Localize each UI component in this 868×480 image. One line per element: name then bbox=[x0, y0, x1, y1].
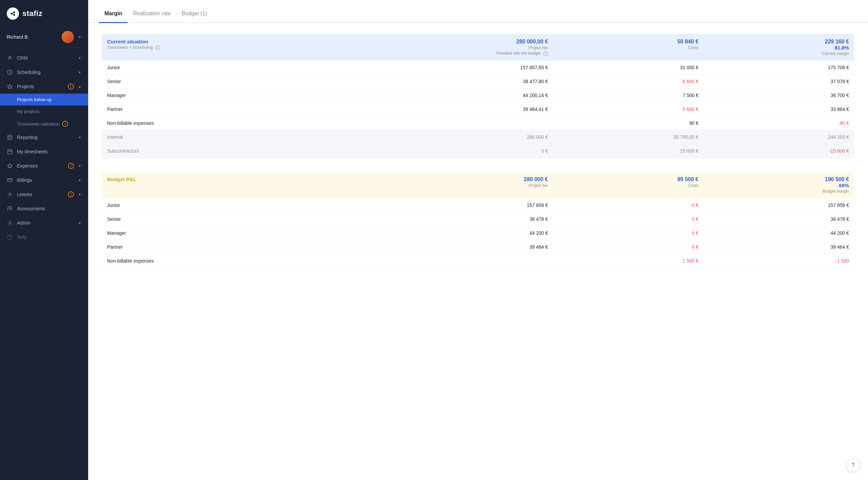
tab-budget[interactable]: Budget (1) bbox=[176, 4, 213, 23]
sidebar-item-label-billings: Billings bbox=[17, 177, 74, 183]
tab-margin[interactable]: Margin bbox=[99, 4, 127, 23]
info-icon-1: i bbox=[155, 45, 160, 50]
row-costs: 15 000 € bbox=[553, 144, 704, 158]
user-section[interactable]: Richard B. ▼ bbox=[0, 26, 88, 48]
crm-icon bbox=[7, 55, 13, 61]
sidebar-item-label-crm: CRM bbox=[17, 55, 74, 61]
scheduling-chevron-icon: ▼ bbox=[78, 71, 81, 74]
projects-icon bbox=[7, 83, 13, 90]
sidebar-item-expenses[interactable]: Expenses i ▼ bbox=[0, 159, 88, 173]
avatar bbox=[62, 31, 74, 43]
cs-margin-pct: 81.8% bbox=[709, 45, 849, 51]
sidebar-item-label-projects-followup: Projects follow-up bbox=[17, 97, 52, 102]
row-fee: 39 464,41 € bbox=[403, 102, 553, 116]
sidebar-item-my-projects[interactable]: My projects bbox=[0, 105, 88, 117]
sidebar-item-label-my-projects: My projects bbox=[17, 109, 39, 114]
budget-margin-pct: 68% bbox=[709, 183, 849, 188]
help-button-icon: ? bbox=[852, 462, 855, 468]
row-costs: 0 € bbox=[553, 226, 704, 240]
expenses-icon bbox=[7, 163, 13, 169]
svg-point-19 bbox=[9, 208, 11, 209]
svg-point-0 bbox=[11, 13, 13, 15]
table-row: Partner 39 464,41 € 5 600 € 33 864 € bbox=[102, 102, 854, 116]
sidebar-item-timesheets-validation[interactable]: Timesheets validation i bbox=[0, 117, 88, 130]
assessments-icon bbox=[7, 206, 13, 212]
row-fee: 44 200 € bbox=[403, 226, 553, 240]
row-label: Junior bbox=[102, 198, 403, 212]
row-margin: 175 708 € bbox=[704, 61, 854, 75]
row-fee: 38 477,80 € bbox=[403, 75, 553, 89]
table-row: Senior 38 478 € 0 € 38 478 € bbox=[102, 212, 854, 226]
table-row: Junior 157 858 € 0 € 157 858 € bbox=[102, 198, 854, 212]
help-button[interactable]: ? bbox=[846, 458, 860, 472]
row-margin: 36 700 € bbox=[704, 89, 854, 102]
tabs-bar: Margin Realization rate Budget (1) bbox=[88, 0, 868, 23]
projects-chevron-icon: ▲ bbox=[78, 85, 81, 89]
info-icon-2: i bbox=[543, 51, 548, 56]
svg-rect-8 bbox=[8, 135, 12, 139]
reporting-icon bbox=[7, 134, 13, 140]
current-situation-subtitle: Timesheets + Scheduling i bbox=[107, 45, 397, 50]
sidebar-item-label-help: Help bbox=[17, 234, 81, 240]
crm-chevron-icon: ▼ bbox=[78, 56, 81, 60]
sidebar-item-my-timesheets[interactable]: My timesheets bbox=[0, 145, 88, 159]
tab-realization-rate[interactable]: Realization rate bbox=[127, 4, 176, 23]
row-costs: 35 750,00 € bbox=[553, 130, 704, 144]
sidebar-item-help[interactable]: Help bbox=[0, 230, 88, 244]
svg-rect-16 bbox=[7, 178, 12, 181]
admin-chevron-icon: ▼ bbox=[78, 221, 81, 225]
sidebar-item-projects[interactable]: Projects i ▲ bbox=[0, 79, 88, 94]
logo-text: stafiz bbox=[22, 9, 42, 18]
sidebar-item-label-projects: Projects bbox=[17, 84, 64, 89]
table-row: Non-billable expenses 1 500 € -1 500 bbox=[102, 254, 854, 268]
budget-title: Budget P&L bbox=[107, 176, 397, 182]
row-margin: 37 078 € bbox=[704, 75, 854, 89]
row-label: Senior bbox=[102, 212, 403, 226]
budget-costs: 89 500 € bbox=[559, 176, 698, 183]
leaves-icon bbox=[7, 191, 13, 197]
sidebar-item-billings[interactable]: Billings ▼ bbox=[0, 173, 88, 187]
sidebar-item-label-admin: Admin bbox=[17, 220, 74, 226]
expenses-badge: i bbox=[68, 163, 74, 169]
sidebar-item-label-timesheets-validation: Timesheets validation bbox=[17, 121, 59, 127]
row-fee: 157 858 € bbox=[403, 198, 553, 212]
budget-margin-label: Budget margin bbox=[709, 189, 849, 194]
row-label: Subcontractors bbox=[102, 144, 403, 158]
user-name: Richard B. bbox=[7, 34, 58, 40]
svg-point-20 bbox=[9, 222, 11, 224]
row-fee: 44 200,14 € bbox=[403, 89, 553, 102]
row-fee: 0 € bbox=[403, 144, 553, 158]
admin-icon bbox=[7, 220, 13, 226]
table-row: Manager 44 200 € 0 € 44 200 € bbox=[102, 226, 854, 240]
sidebar-item-projects-followup[interactable]: Projects follow-up bbox=[0, 94, 88, 105]
row-label: Manager bbox=[102, 89, 403, 102]
sidebar-item-scheduling[interactable]: Scheduling ▼ bbox=[0, 65, 88, 79]
billings-chevron-icon: ▼ bbox=[78, 178, 81, 182]
user-chevron-icon: ▼ bbox=[78, 35, 81, 39]
row-fee: 39 464 € bbox=[403, 240, 553, 254]
current-situation-title: Current situation bbox=[107, 39, 397, 44]
row-label: Senior bbox=[102, 75, 403, 89]
row-costs: 1 500 € bbox=[553, 254, 704, 268]
row-costs: 0 € bbox=[553, 212, 704, 226]
sidebar-item-label-leaves: Leaves bbox=[17, 192, 64, 197]
table-row: Subcontractors 0 € 15 000 € -15 000 € bbox=[102, 144, 854, 158]
budget-pl-table: Budget P&L 280 000 € Project fee 89 500 … bbox=[102, 172, 854, 268]
budget-costs-label: Costs bbox=[559, 183, 698, 188]
row-margin: 38 478 € bbox=[704, 212, 854, 226]
table-row: Manager 44 200,14 € 7 500 € 36 700 € bbox=[102, 89, 854, 102]
row-label: Manager bbox=[102, 226, 403, 240]
cs-current-margin-label: Current margin bbox=[709, 51, 849, 56]
budget-margin: 190 500 € bbox=[709, 176, 849, 183]
sidebar-item-leaves[interactable]: Leaves i ▼ bbox=[0, 187, 88, 201]
sidebar-item-admin[interactable]: Admin ▼ bbox=[0, 216, 88, 230]
sidebar-item-crm[interactable]: CRM ▼ bbox=[0, 51, 88, 65]
logo-icon bbox=[7, 7, 19, 20]
projects-badge: i bbox=[68, 83, 74, 90]
main-content: Margin Realization rate Budget (1) Curre… bbox=[88, 0, 868, 480]
sidebar-item-reporting[interactable]: Reporting ▼ bbox=[0, 130, 88, 145]
row-margin: 244 250 € bbox=[704, 130, 854, 144]
sidebar-item-assessments[interactable]: Assessments bbox=[0, 201, 88, 216]
svg-marker-7 bbox=[7, 84, 12, 89]
row-margin: 157 858 € bbox=[704, 198, 854, 212]
